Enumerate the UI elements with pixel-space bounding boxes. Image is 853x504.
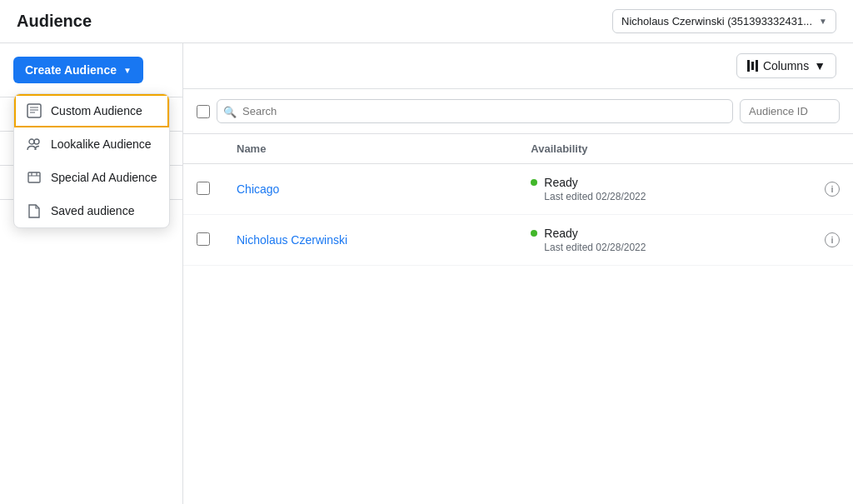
svg-rect-0: [27, 104, 41, 117]
info-button-nicholaus[interactable]: i: [825, 232, 840, 247]
special-ad-audience-icon: [26, 169, 42, 186]
row-checkbox[interactable]: [197, 232, 210, 246]
main-content: Create Audience ▼: [0, 43, 853, 504]
saved-audience-icon: [26, 202, 42, 219]
lookalike-audience-icon: [26, 136, 42, 152]
create-audience-chevron: ▼: [123, 66, 132, 75]
page-wrapper: Audience Nicholaus Czerwinski (351393332…: [0, 0, 853, 504]
svg-point-5: [34, 139, 39, 144]
svg-rect-6: [28, 172, 40, 182]
select-all-checkbox[interactable]: [197, 105, 210, 118]
row-name-cell: Chicago: [223, 164, 517, 215]
search-input[interactable]: [217, 99, 733, 123]
columns-label: Columns: [763, 59, 809, 72]
status-dot-ready: [531, 179, 537, 186]
sidebar: Create Audience ▼: [0, 43, 183, 504]
row-checkbox-cell: [183, 215, 223, 266]
col-header-checkbox: [183, 134, 223, 164]
col-header-name: Name: [223, 134, 517, 164]
row-availability-cell: Ready Last edited 02/28/2022 i: [517, 164, 853, 215]
columns-chevron: ▼: [814, 59, 826, 72]
create-audience-button[interactable]: Create Audience ▼: [13, 57, 143, 83]
columns-icon: [747, 60, 758, 72]
search-icon: 🔍: [223, 105, 237, 117]
columns-button[interactable]: Columns ▼: [736, 53, 836, 78]
custom-audience-icon: [26, 102, 42, 119]
info-button-chicago[interactable]: i: [825, 182, 840, 197]
dropdown-lookalike-label: Lookalike Audience: [51, 137, 152, 151]
audience-name-link-chicago[interactable]: Chicago: [237, 182, 279, 196]
col-header-availability: Availability: [517, 134, 853, 164]
dropdown-item-lookalike[interactable]: Lookalike Audience: [14, 127, 169, 161]
audience-name-link-nicholaus[interactable]: Nicholaus Czerwinski: [237, 233, 347, 247]
create-audience-label: Create Audience: [25, 63, 117, 77]
create-audience-dropdown: Custom Audience Lookalike Audience: [13, 93, 170, 228]
audiences-table: Name Availability Chicago: [183, 134, 853, 266]
status-edited-text: Last edited 02/28/2022: [544, 191, 646, 202]
table-toolbar: Columns ▼: [183, 43, 853, 89]
audience-id-input[interactable]: [740, 99, 840, 123]
table-area: Columns ▼ 🔍 Name Avail: [183, 43, 853, 504]
dropdown-custom-label: Custom Audience: [51, 104, 142, 117]
dropdown-saved-label: Saved audience: [51, 204, 134, 217]
search-input-wrap: 🔍: [217, 99, 733, 123]
account-chevron: ▼: [819, 17, 827, 26]
status-dot-ready: [531, 230, 537, 237]
svg-point-4: [29, 139, 34, 144]
account-selector[interactable]: Nicholaus Czerwinski (351393332431... ▼: [612, 9, 836, 33]
sidebar-toolbar: Create Audience ▼: [0, 57, 182, 97]
status-edited-text: Last edited 02/28/2022: [544, 242, 646, 253]
row-name-cell: Nicholaus Czerwinski: [223, 215, 517, 266]
status-ready-text: Ready: [544, 176, 646, 189]
page-title: Audience: [17, 12, 92, 31]
dropdown-item-special-ad[interactable]: Special Ad Audience: [14, 161, 169, 194]
table-row: Chicago Ready Last edited 02/28/2022: [183, 164, 853, 215]
dropdown-item-saved[interactable]: Saved audience: [14, 194, 169, 227]
table-row: Nicholaus Czerwinski Ready Last edited 0…: [183, 215, 853, 266]
top-bar: Audience Nicholaus Czerwinski (351393332…: [0, 0, 853, 43]
search-row: 🔍: [183, 89, 853, 134]
status-ready-text: Ready: [544, 227, 646, 240]
dropdown-item-custom[interactable]: Custom Audience: [14, 94, 169, 127]
row-checkbox[interactable]: [197, 182, 210, 195]
row-checkbox-cell: [183, 164, 223, 215]
account-name: Nicholaus Czerwinski (351393332431...: [621, 15, 812, 27]
dropdown-special-ad-label: Special Ad Audience: [51, 171, 157, 184]
row-availability-cell: Ready Last edited 02/28/2022 i: [517, 215, 853, 266]
